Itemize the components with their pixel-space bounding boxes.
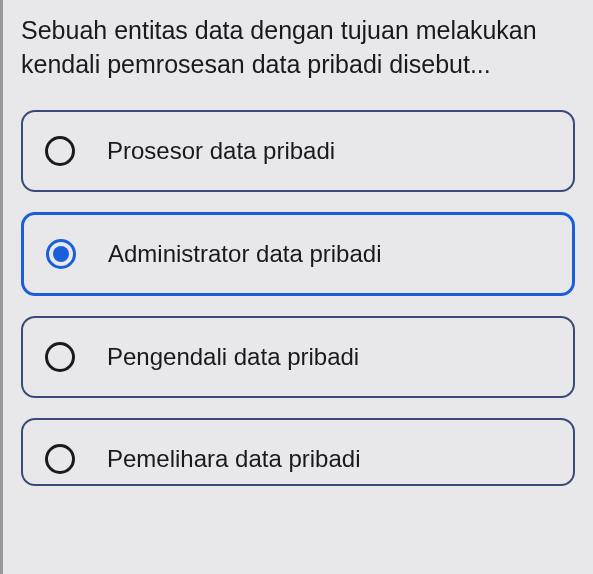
option-2[interactable]: Pengendali data pribadi (21, 316, 575, 398)
options-container: Prosesor data pribadi Administrator data… (21, 110, 575, 486)
option-label: Pengendali data pribadi (107, 343, 359, 371)
radio-icon (46, 239, 76, 269)
radio-icon (45, 342, 75, 372)
option-label: Administrator data pribadi (108, 240, 381, 268)
question-text: Sebuah entitas data dengan tujuan melaku… (21, 10, 575, 82)
option-3[interactable]: Pemelihara data pribadi (21, 418, 575, 486)
option-0[interactable]: Prosesor data pribadi (21, 110, 575, 192)
option-label: Pemelihara data pribadi (107, 445, 361, 473)
option-label: Prosesor data pribadi (107, 137, 335, 165)
radio-icon (45, 136, 75, 166)
option-1[interactable]: Administrator data pribadi (21, 212, 575, 296)
radio-icon (45, 444, 75, 474)
radio-inner-icon (53, 246, 69, 262)
